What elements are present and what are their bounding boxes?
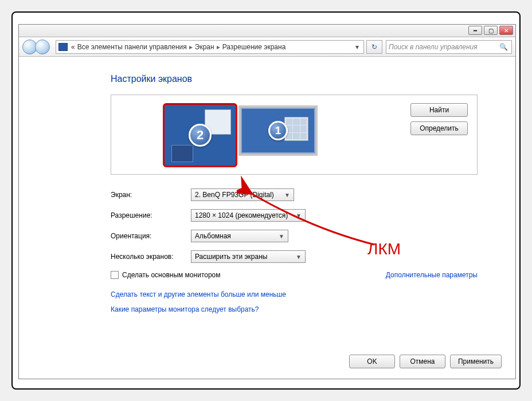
monitor-number-badge: 1 (268, 121, 288, 140)
monitor-1-thumbnail[interactable]: 1 (241, 108, 315, 154)
screen-dropdown[interactable]: 2. BenQ FP93GP (Digital) ▼ (191, 188, 294, 201)
titlebar: ━ ▢ ✕ (19, 25, 515, 37)
make-primary-label: Сделать основным монитором (122, 271, 221, 279)
make-primary-checkbox[interactable] (111, 271, 119, 279)
monitor-2-window-decoration (171, 145, 193, 162)
find-button[interactable]: Найти (410, 103, 468, 117)
address-bar[interactable]: « Все элементы панели управления ▸ Экран… (56, 40, 364, 54)
resolution-label: Разрешение: (111, 211, 191, 219)
monitor-2-thumbnail[interactable]: 2 (163, 103, 237, 167)
screen-label: Экран: (111, 191, 191, 199)
apply-button[interactable]: Применить (450, 355, 502, 368)
multi-screens-label: Несколько экранов: (111, 253, 191, 261)
breadcrumb-item[interactable]: Разрешение экрана (222, 43, 286, 51)
screen-resolution-window: ━ ▢ ✕ « Все элементы панели управления ▸… (18, 24, 516, 379)
forward-button[interactable] (35, 40, 50, 54)
monitor-preview-area: 2 1 Найти Определить (111, 95, 478, 175)
identify-button[interactable]: Определить (410, 121, 468, 135)
search-placeholder: Поиск в панели управления (389, 43, 478, 51)
breadcrumb-prefix: « (71, 43, 75, 51)
maximize-button[interactable]: ▢ (484, 26, 498, 35)
chevron-down-icon: ▼ (291, 213, 302, 219)
page-title: Настройки экранов (111, 74, 492, 84)
monitor-number-badge: 2 (189, 124, 212, 147)
monitor-1-keypad-decoration (284, 117, 308, 141)
orientation-dropdown-value: Альбомная (195, 232, 231, 240)
chevron-down-icon: ▼ (274, 233, 284, 239)
search-icon[interactable]: 🔍 (499, 43, 508, 51)
help-link[interactable]: Какие параметры монитора следует выбрать… (111, 305, 492, 313)
content-area: Настройки экранов 2 1 Найти Определить Э… (19, 57, 515, 379)
chevron-down-icon: ▼ (280, 192, 290, 198)
cancel-button[interactable]: Отмена (400, 355, 445, 368)
ok-button[interactable]: OK (349, 355, 395, 368)
search-input[interactable]: Поиск в панели управления 🔍 (386, 40, 512, 54)
breadcrumb-item[interactable]: Все элементы панели управления (77, 43, 187, 51)
screen-dropdown-value: 2. BenQ FP93GP (Digital) (195, 191, 274, 199)
advanced-settings-link[interactable]: Дополнительные параметры (386, 271, 478, 279)
resolution-dropdown[interactable]: 1280 × 1024 (рекомендуется) ▼ (191, 209, 306, 222)
minimize-button[interactable]: ━ (468, 26, 482, 35)
multi-screens-dropdown-value: Расширить эти экраны (195, 253, 267, 261)
text-size-link[interactable]: Сделать текст и другие элементы больше и… (111, 290, 492, 298)
address-dropdown[interactable]: ▾ (353, 43, 361, 51)
orientation-dropdown[interactable]: Альбомная ▼ (191, 230, 288, 242)
refresh-button[interactable]: ↻ (366, 40, 382, 54)
close-button[interactable]: ✕ (499, 26, 513, 35)
breadcrumb-separator: ▸ (214, 43, 222, 51)
monitor-icon (58, 43, 68, 51)
breadcrumb-separator: ▸ (187, 43, 195, 51)
multi-screens-dropdown[interactable]: Расширить эти экраны ▼ (191, 250, 306, 263)
breadcrumb-item[interactable]: Экран (195, 43, 214, 51)
orientation-label: Ориентация: (111, 232, 191, 240)
chevron-down-icon: ▼ (291, 254, 302, 260)
resolution-dropdown-value: 1280 × 1024 (рекомендуется) (195, 211, 288, 219)
navigation-bar: « Все элементы панели управления ▸ Экран… (19, 37, 515, 57)
